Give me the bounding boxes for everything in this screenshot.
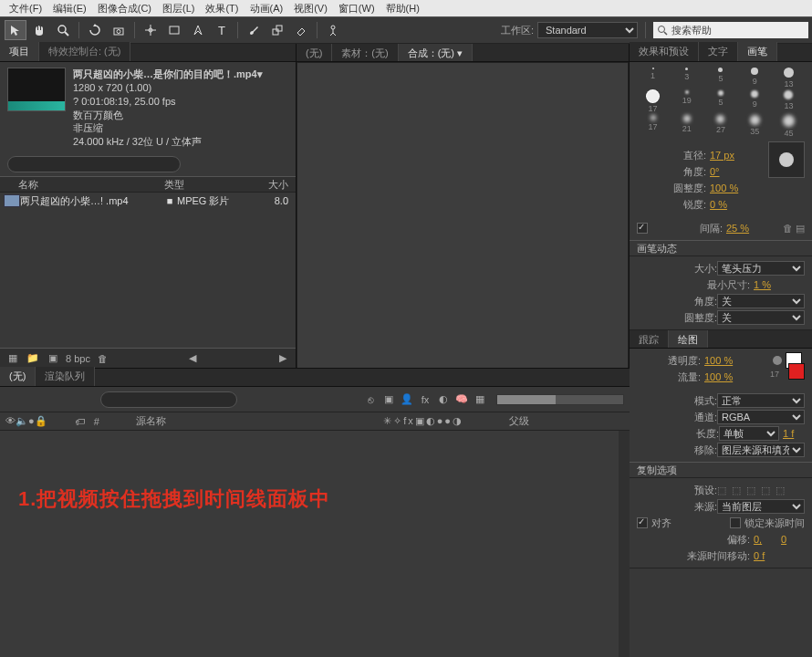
folder-icon[interactable]: 📁 (26, 352, 40, 365)
scroll-left-icon[interactable]: ◀ (185, 352, 200, 365)
tl-3d-icon[interactable]: ▦ (473, 393, 487, 406)
zoom-tool[interactable] (52, 20, 74, 40)
tab-render-queue[interactable]: 渲染队列 (36, 367, 95, 386)
roundness-value[interactable]: 100 % (706, 182, 761, 193)
minsize-value[interactable]: 1 % (750, 279, 805, 290)
parent-col[interactable]: 父级 (509, 414, 529, 428)
preset-icon[interactable]: ⬚ (717, 485, 726, 496)
preset-icon[interactable]: ⬚ (746, 485, 755, 496)
work-area-bar[interactable] (496, 394, 624, 405)
spacing-checkbox[interactable] (637, 223, 648, 234)
offset-x[interactable]: 0, (750, 534, 777, 545)
tl-opt-icon[interactable]: ⎋ (363, 393, 378, 406)
preset-icon[interactable]: ⬚ (761, 485, 770, 496)
offset-y[interactable]: 0 (777, 534, 805, 545)
trash-icon[interactable]: 🗑 (96, 352, 110, 365)
eraser-tool[interactable] (290, 20, 312, 40)
brush-preset[interactable]: 13 (773, 90, 805, 113)
menu-edit[interactable]: 编辑(E) (47, 0, 92, 16)
channel-select[interactable]: RGBA (717, 410, 805, 424)
text-tool[interactable]: T (211, 20, 233, 40)
align-checkbox[interactable] (637, 517, 648, 528)
brush-preset[interactable]: 17 (637, 90, 669, 113)
background-swatch[interactable] (788, 363, 805, 380)
menu-animation[interactable]: 动画(A) (245, 0, 289, 16)
menu-help[interactable]: 帮助(H) (380, 0, 425, 16)
tl-fx-icon[interactable]: fx (418, 393, 432, 406)
timeline-search[interactable] (100, 391, 237, 408)
transfer-select[interactable]: 图层来源和填充 (717, 443, 805, 457)
length-field[interactable]: 1 f (779, 428, 805, 439)
av-toggles[interactable]: 👁🔈●🔒 (5, 415, 47, 427)
camera-tool[interactable] (108, 20, 130, 40)
switches-icons[interactable]: ✳✧fx▣◐●●◑ (383, 415, 463, 427)
menu-layer[interactable]: 图层(L) (157, 0, 200, 16)
project-search[interactable] (7, 156, 181, 172)
hand-tool[interactable] (28, 20, 50, 40)
workspace-select[interactable]: Standard (537, 22, 638, 38)
brush-preset[interactable]: 27 (704, 115, 736, 138)
angle-dyn-select[interactable]: 关 (717, 294, 805, 308)
col-size[interactable]: 大小 (237, 178, 296, 192)
scroll-right-icon[interactable]: ▶ (276, 352, 290, 365)
diameter-value[interactable]: 17 px (706, 150, 761, 161)
spacing-value[interactable]: 25 % (723, 223, 777, 234)
brush-preset[interactable]: 13 (773, 68, 805, 89)
brush-preset[interactable]: 19 (671, 90, 703, 113)
preset-icon[interactable]: ⬚ (732, 485, 741, 496)
tab-timeline-none[interactable]: (无) (0, 367, 36, 386)
comp-icon[interactable]: ▣ (46, 352, 60, 365)
sharpness-value[interactable]: 0 % (706, 199, 761, 210)
pen-tool[interactable] (187, 20, 209, 40)
brush-preset[interactable]: 9 (739, 68, 771, 89)
tab-effects-presets[interactable]: 效果和预设 (630, 42, 699, 61)
interpret-icon[interactable]: ▦ (5, 352, 20, 365)
anchor-tool[interactable] (140, 20, 161, 40)
menu-effect[interactable]: 效果(T) (200, 0, 244, 16)
brush-preset[interactable]: 5 (704, 68, 736, 89)
tab-footage[interactable]: 素材：(无) (332, 44, 398, 61)
roundness-dyn-select[interactable]: 关 (717, 310, 805, 325)
source-name-col[interactable]: 源名称 (136, 414, 166, 428)
selection-tool[interactable] (5, 20, 26, 40)
tl-brain-icon[interactable]: 🧠 (454, 393, 469, 406)
brush-preset[interactable]: 9 (739, 90, 771, 113)
col-type[interactable]: 类型 (164, 178, 237, 192)
mode-select[interactable]: 正常 (717, 393, 805, 408)
size-dyn-select[interactable]: 笔头压力 (717, 261, 805, 276)
tab-paint[interactable]: 绘图 (669, 330, 708, 348)
tl-mb-icon[interactable]: ◐ (436, 393, 451, 406)
tab-brush[interactable]: 画笔 (738, 42, 777, 61)
timeline-body[interactable]: 1.把视频按住拖拽到时间线面板中 (0, 431, 630, 657)
col-name[interactable]: 名称 (0, 178, 164, 192)
tab-project[interactable]: 项目 (0, 42, 39, 61)
menu-view[interactable]: 视图(V) (288, 0, 333, 16)
source-select[interactable]: 当前图层 (717, 499, 805, 514)
brush-preset[interactable]: 45 (773, 115, 805, 138)
swap-colors-icon[interactable] (773, 356, 782, 365)
locksource-checkbox[interactable] (730, 517, 741, 528)
clone-tool[interactable] (266, 20, 288, 40)
menu-file[interactable]: 文件(F) (4, 0, 47, 16)
menu-composition[interactable]: 图像合成(C) (92, 0, 157, 16)
brush-preset[interactable]: 5 (704, 90, 736, 113)
rectangle-tool[interactable] (163, 20, 185, 40)
preset-icon[interactable]: ⬚ (776, 485, 785, 496)
rotate-tool[interactable] (84, 20, 106, 40)
puppet-tool[interactable] (322, 20, 344, 40)
tab-effect-controls[interactable]: 特效控制台: (无) (39, 42, 130, 61)
angle-value[interactable]: 0° (706, 166, 761, 177)
asset-row[interactable]: 两只超凶的小柴…! .mp4 ■ MPEG 影片 8.0 (0, 193, 296, 209)
brush-tool[interactable] (243, 20, 265, 40)
tab-text[interactable]: 文字 (699, 42, 738, 61)
brush-preset[interactable]: 3 (671, 68, 703, 89)
brush-preset[interactable]: 1 (637, 68, 669, 89)
tl-graph-icon[interactable]: ▣ (381, 393, 396, 406)
asset-row-checkbox[interactable]: ■ (162, 195, 177, 206)
flow-value[interactable]: 100 % (701, 371, 755, 382)
brush-preset[interactable]: 35 (739, 115, 771, 138)
tl-shy-icon[interactable]: 👤 (400, 393, 414, 406)
tab-viewer-none[interactable]: (无) (297, 44, 332, 61)
help-search[interactable]: 搜索帮助 (653, 22, 808, 38)
tab-tracker[interactable]: 跟踪 (630, 330, 669, 348)
